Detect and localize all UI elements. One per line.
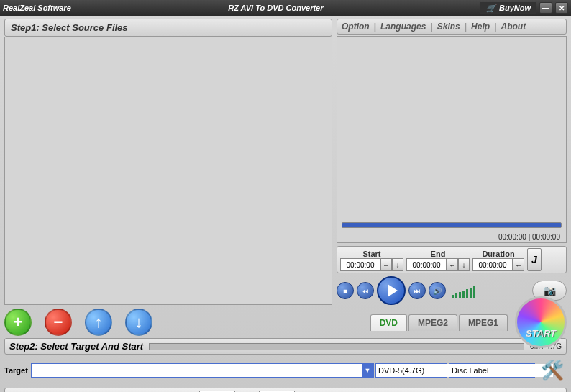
time-display: 00:00:00 | 00:00:00 xyxy=(498,233,560,241)
remove-file-button[interactable]: − xyxy=(45,309,72,336)
tab-dvd[interactable]: DVD xyxy=(370,314,407,331)
trim-controls: Start ← ↓ End ← ↓ Duration ← xyxy=(337,246,567,273)
volume-indicator[interactable] xyxy=(452,283,475,298)
buy-now-button[interactable]: 🛒BuyNow xyxy=(480,2,536,14)
mute-button[interactable]: 🔊 xyxy=(429,282,446,299)
start-label: Start xyxy=(362,250,380,258)
play-button[interactable] xyxy=(377,276,406,305)
target-path-input[interactable] xyxy=(32,364,362,377)
menu-bar: Option| Languages| Skins| Help| About xyxy=(337,19,567,35)
duration-set-button[interactable]: ← xyxy=(513,258,524,271)
stop-button[interactable]: ■ xyxy=(337,282,354,299)
close-button[interactable]: ✕ xyxy=(555,2,568,14)
add-file-button[interactable]: + xyxy=(4,309,32,336)
source-file-list[interactable] xyxy=(4,37,332,305)
preview-pane: 00:00:00 | 00:00:00 xyxy=(337,36,567,243)
target-label: Target xyxy=(4,366,28,375)
step1-header: Step1: Select Source Files xyxy=(4,19,332,37)
seek-bar[interactable] xyxy=(342,222,562,228)
title-bar: RealZeal Software RZ AVI To DVD Converte… xyxy=(0,0,571,16)
menu-option[interactable]: Option xyxy=(342,22,370,32)
disc-label-combo[interactable] xyxy=(449,363,535,378)
settings-row: NTSC PAL KEEP RATIO STRETCH x 16:9 4:3 xyxy=(4,388,567,392)
start-button[interactable]: START xyxy=(515,296,567,348)
duration-input[interactable] xyxy=(472,258,513,271)
app-title: RZ AVI To DVD Converter xyxy=(71,4,480,12)
menu-skins[interactable]: Skins xyxy=(437,22,460,32)
tools-icon[interactable]: 🛠️ xyxy=(538,356,567,385)
menu-languages[interactable]: Languages xyxy=(380,22,426,32)
end-set-button[interactable]: ← xyxy=(447,258,458,271)
target-path-drop-icon[interactable]: ▼ xyxy=(362,364,373,377)
disc-type-combo[interactable]: ▼ xyxy=(375,363,447,378)
move-down-button[interactable]: ↓ xyxy=(125,309,152,336)
prev-button[interactable]: ⏮ xyxy=(357,282,374,299)
progress-bar xyxy=(149,343,524,350)
company-name: RealZeal Software xyxy=(3,4,71,12)
target-path-combo[interactable]: ▼ xyxy=(31,363,374,378)
start-time-input[interactable] xyxy=(340,258,380,271)
menu-about[interactable]: About xyxy=(501,22,526,32)
end-label: End xyxy=(431,250,446,258)
end-jump-button[interactable]: ↓ xyxy=(458,258,470,271)
duration-label: Duration xyxy=(482,250,514,258)
start-jump-button[interactable]: ↓ xyxy=(392,258,403,271)
next-button[interactable]: ⏭ xyxy=(408,282,426,299)
move-up-button[interactable]: ↑ xyxy=(85,309,112,336)
tab-mpeg2[interactable]: MPEG2 xyxy=(408,314,457,331)
tab-mpeg1[interactable]: MPEG1 xyxy=(459,314,508,331)
start-set-button[interactable]: ← xyxy=(380,258,392,271)
goto-button[interactable]: J xyxy=(527,248,542,271)
menu-help[interactable]: Help xyxy=(471,22,490,32)
minimize-button[interactable]: — xyxy=(539,2,552,14)
end-time-input[interactable] xyxy=(406,258,447,271)
step2-header: Step2: Select Target And Start 0M / 4.7G xyxy=(4,338,567,355)
